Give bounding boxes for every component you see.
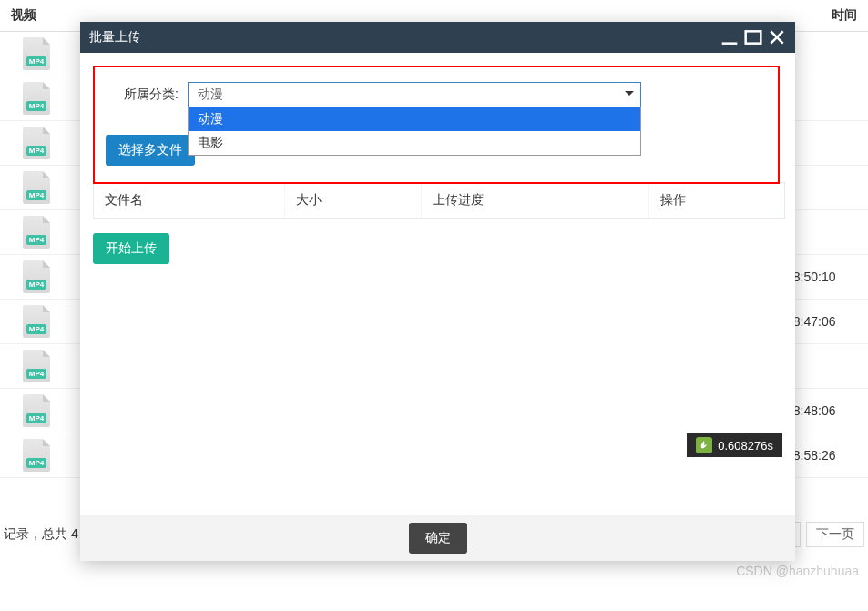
debug-time-value: 0.608276s (718, 439, 773, 453)
category-label: 所属分类: (124, 87, 179, 103)
time-cell: 18:50:10 (786, 270, 868, 284)
mp4-file-icon: MP4 (23, 439, 50, 472)
maximize-button[interactable] (744, 28, 762, 46)
category-row: 所属分类: 动漫 动漫 电影 (124, 82, 782, 107)
file-icon-cell: MP4 (0, 305, 73, 338)
mp4-file-icon: MP4 (23, 260, 50, 293)
debug-time-badge: 0.608276s (687, 433, 782, 457)
col-progress: 上传进度 (422, 183, 649, 218)
mp4-file-icon: MP4 (23, 127, 50, 159)
time-cell: 18:47:06 (786, 314, 868, 329)
select-files-button[interactable]: 选择多文件 (106, 135, 195, 166)
dropdown-option-anime[interactable]: 动漫 (189, 107, 640, 131)
confirm-button[interactable]: 确定 (409, 523, 467, 554)
category-select[interactable]: 动漫 动漫 电影 (188, 82, 641, 107)
svg-rect-1 (746, 31, 761, 43)
col-filename: 文件名 (94, 183, 285, 218)
mp4-file-icon: MP4 (23, 394, 50, 427)
file-icon-cell: MP4 (0, 171, 73, 204)
file-icon-cell: MP4 (0, 260, 73, 293)
file-icon-cell: MP4 (0, 350, 73, 382)
next-page-button[interactable]: 下一页 (806, 522, 864, 547)
modal-title: 批量上传 (89, 29, 720, 46)
watermark: CSDN @hanzhuhuaa (736, 564, 859, 578)
close-icon (768, 28, 786, 46)
bg-header-time-suffix: 时间 (813, 0, 868, 31)
bulk-upload-modal: 批量上传 所属分类: 动漫 动漫 电影 (80, 22, 795, 561)
time-cell: 18:58:26 (786, 448, 868, 463)
start-upload-button[interactable]: 开始上传 (93, 233, 169, 264)
file-icon-cell: MP4 (0, 37, 73, 70)
modal-body: 所属分类: 动漫 动漫 电影 选择多文件 文件名 大小 上传进度 操作 开 (80, 53, 795, 515)
mp4-file-icon: MP4 (23, 37, 50, 70)
col-action: 操作 (649, 183, 784, 218)
mp4-file-icon: MP4 (23, 82, 50, 115)
category-select-value: 动漫 (198, 87, 223, 103)
modal-titlebar: 批量上传 (80, 22, 795, 53)
file-icon-cell: MP4 (0, 439, 73, 472)
modal-footer: 确定 (80, 515, 795, 561)
dropdown-option-movie[interactable]: 电影 (189, 131, 640, 155)
file-icon-cell: MP4 (0, 127, 73, 159)
category-select-display[interactable]: 动漫 (188, 82, 641, 107)
time-cell: 18:48:06 (786, 403, 868, 418)
file-icon-cell: MP4 (0, 394, 73, 427)
records-text: 记录，总共 4 (4, 526, 78, 543)
mp4-file-icon: MP4 (23, 216, 50, 249)
minimize-button[interactable] (720, 28, 739, 46)
bg-header-video: 视频 (0, 0, 73, 31)
col-size: 大小 (285, 183, 422, 218)
mp4-file-icon: MP4 (23, 350, 50, 382)
file-icon-cell: MP4 (0, 82, 73, 115)
mp4-file-icon: MP4 (23, 305, 50, 338)
close-button[interactable] (768, 28, 786, 46)
mp4-file-icon: MP4 (23, 171, 50, 204)
maximize-icon (744, 28, 762, 46)
file-table: 文件名 大小 上传进度 操作 (93, 182, 785, 219)
leaf-icon (696, 437, 712, 453)
file-icon-cell: MP4 (0, 216, 73, 249)
minimize-icon (720, 28, 739, 46)
category-dropdown: 动漫 电影 (188, 107, 641, 156)
file-table-header: 文件名 大小 上传进度 操作 (94, 183, 784, 218)
chevron-down-icon (625, 91, 634, 96)
